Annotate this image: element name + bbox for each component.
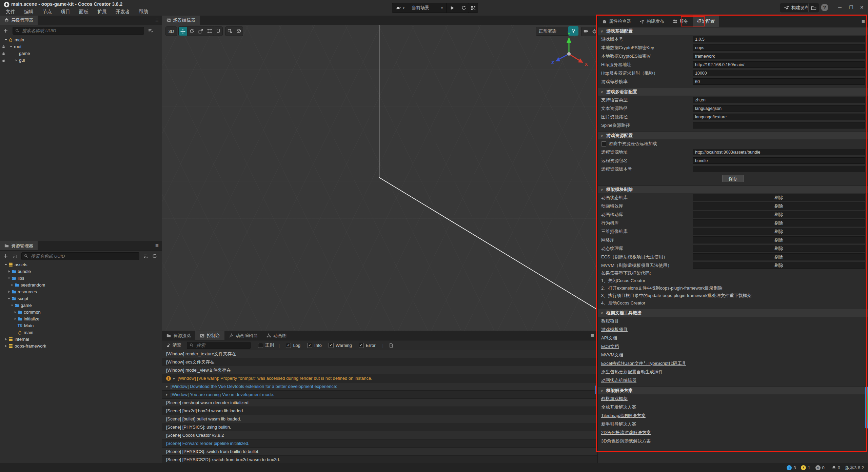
menu-item[interactable]: 节点 [38, 7, 56, 16]
tree-node[interactable]: seedrandom [0, 282, 162, 289]
tree-node[interactable]: internal [0, 336, 162, 343]
chevron-right-icon[interactable]: ▸ [166, 385, 168, 388]
remove-module-button[interactable]: 剔除 [693, 245, 865, 252]
remove-module-button[interactable]: 剔除 [693, 194, 865, 201]
remove-module-button[interactable]: 剔除 [693, 219, 865, 227]
remove-module-button[interactable]: 剔除 [693, 253, 865, 260]
doc-link[interactable]: API文档 [601, 335, 617, 341]
help-button[interactable]: ? [821, 3, 829, 12]
chevron-down-icon[interactable] [10, 303, 14, 307]
hierarchy-search[interactable] [13, 27, 144, 35]
menu-item[interactable]: 编辑 [20, 7, 38, 16]
filter-icon[interactable] [143, 254, 148, 258]
property-input[interactable] [693, 97, 865, 103]
rotate-tool-button[interactable] [188, 27, 196, 36]
log-row[interactable]: [Scene] [bullet]:bullet wasm lib loaded. [162, 415, 597, 423]
filter-checkbox-info[interactable]: ✓Info [307, 343, 322, 348]
tree-node[interactable]: script [0, 295, 162, 302]
toggle-3d-button[interactable]: 3D [165, 26, 177, 36]
menu-item[interactable]: 面板 [75, 7, 93, 16]
property-input[interactable] [693, 70, 865, 76]
clear-console-button[interactable]: 清空 [166, 342, 181, 348]
tree-node[interactable]: main [0, 37, 162, 43]
remove-module-button[interactable]: 剔除 [693, 211, 865, 218]
console-search[interactable] [187, 342, 251, 349]
scale-tool-button[interactable] [196, 27, 205, 36]
save-button[interactable]: 保存 [722, 175, 744, 182]
property-input[interactable] [693, 78, 865, 85]
tab-anim-editor[interactable]: 动画编辑器 [224, 331, 262, 340]
section-header[interactable]: ∨框架解决方案 [598, 387, 868, 394]
scene-viewport[interactable]: 3D [162, 25, 597, 331]
property-input[interactable] [693, 166, 865, 172]
doc-link[interactable]: 原生包热更新配置自动生成插件 [601, 369, 663, 375]
property-input[interactable] [693, 114, 865, 120]
preview-scene-select[interactable]: 当前场景 ▾ [408, 3, 447, 13]
tree-node[interactable]: TSMain [0, 322, 162, 329]
property-input[interactable] [693, 36, 865, 42]
refresh-icon[interactable] [152, 254, 157, 258]
property-input[interactable] [693, 44, 865, 51]
tab-scene-editor[interactable]: 场景编辑器 [162, 16, 200, 25]
tree-node[interactable]: game [0, 50, 162, 57]
tab-hierarchy[interactable]: 层级管理器 [0, 16, 38, 25]
chevron-right-icon[interactable]: ▸ [166, 393, 168, 396]
sort-icon[interactable] [13, 254, 17, 258]
chevron-down-icon[interactable] [4, 263, 8, 267]
notification-count[interactable]: 0 [832, 465, 840, 470]
chevron-right-icon[interactable] [14, 58, 18, 62]
chevron-right-icon[interactable] [4, 337, 8, 341]
filter-checkbox-warning[interactable]: ✓Warning [329, 343, 352, 348]
doc-link[interactable]: 动画状态机编辑器 [601, 377, 636, 383]
menu-item[interactable]: 文件 [1, 7, 20, 16]
tree-node[interactable]: gui [0, 57, 162, 64]
chevron-down-icon[interactable] [7, 297, 11, 300]
filter-checkbox-log[interactable]: ✓Log [286, 343, 300, 348]
tab-helmet[interactable]: 属性检查器 [598, 16, 635, 27]
doc-link[interactable]: MVVM文档 [601, 352, 623, 358]
console-messages[interactable]: [Window] render_texture文件夹存在[Window] ecs… [162, 350, 597, 463]
tab-plane[interactable]: 构建发布 [635, 16, 669, 27]
log-row[interactable]: [Scene] [box2d]:box2d wasm lib loaded. [162, 407, 597, 415]
chevron-right-icon[interactable] [10, 283, 14, 287]
tree-node[interactable]: libs [0, 275, 162, 282]
maximize-button[interactable]: ❐ [849, 4, 853, 11]
property-input[interactable] [693, 122, 865, 129]
tree-node[interactable]: main [0, 329, 162, 336]
pivot-tool-button[interactable] [225, 27, 234, 36]
property-input[interactable] [693, 157, 865, 164]
doc-link[interactable]: 教程项目 [601, 318, 619, 324]
tab-anim-graph[interactable]: 动画图 [262, 331, 291, 340]
log-row[interactable]: [Scene] [PHYSICS]: using builtin. [162, 423, 597, 431]
close-button[interactable]: ✕ [860, 4, 864, 11]
inspector-menu-icon[interactable]: ≡ [862, 18, 865, 25]
remove-module-button[interactable]: 剔除 [693, 202, 865, 210]
section-header[interactable]: ∨框架模块剔除 [598, 185, 868, 193]
tree-node[interactable]: root [0, 43, 162, 50]
chevron-right-icon[interactable] [13, 317, 17, 321]
doc-link[interactable]: Excel格式转Json文件与TypeScript代码工具 [601, 360, 686, 367]
move-tool-button[interactable] [179, 27, 188, 36]
doc-link[interactable]: ECS文档 [601, 343, 619, 350]
tree-node[interactable]: common [0, 309, 162, 316]
coordinate-tool-button[interactable] [234, 27, 243, 36]
tab-assets[interactable]: 资源管理器 [0, 241, 38, 250]
tab-framework-config[interactable]: 框架配置 [693, 16, 719, 27]
preview-qrcode-button[interactable] [468, 3, 478, 13]
log-row[interactable]: [Scene] Forward render pipeline initiali… [162, 439, 597, 448]
chevron-down-icon[interactable] [9, 45, 13, 48]
menu-item[interactable]: 帮助 [134, 7, 153, 16]
play-button[interactable] [447, 3, 458, 13]
tab-preview[interactable]: 资源预览 [162, 331, 195, 340]
regex-checkbox[interactable]: 正则 [258, 342, 274, 348]
chevron-right-icon[interactable] [13, 310, 17, 314]
log-row[interactable]: [Scene] [PHYSICS2D]: switch from box2d-w… [162, 456, 597, 463]
doc-link[interactable]: 战棋游戏框架 [601, 396, 628, 402]
error-count[interactable]: ✕ 0 [815, 465, 825, 470]
log-row[interactable]: !▸[Window] [Vue warn]: Property "onInput… [162, 374, 597, 382]
hierarchy-search-input[interactable] [21, 28, 141, 34]
remove-module-button[interactable]: 剔除 [693, 228, 865, 235]
scene-settings-button[interactable] [590, 27, 597, 35]
tab-services[interactable]: 服务 [669, 16, 693, 27]
warning-count[interactable]: ! 1 [801, 465, 810, 470]
